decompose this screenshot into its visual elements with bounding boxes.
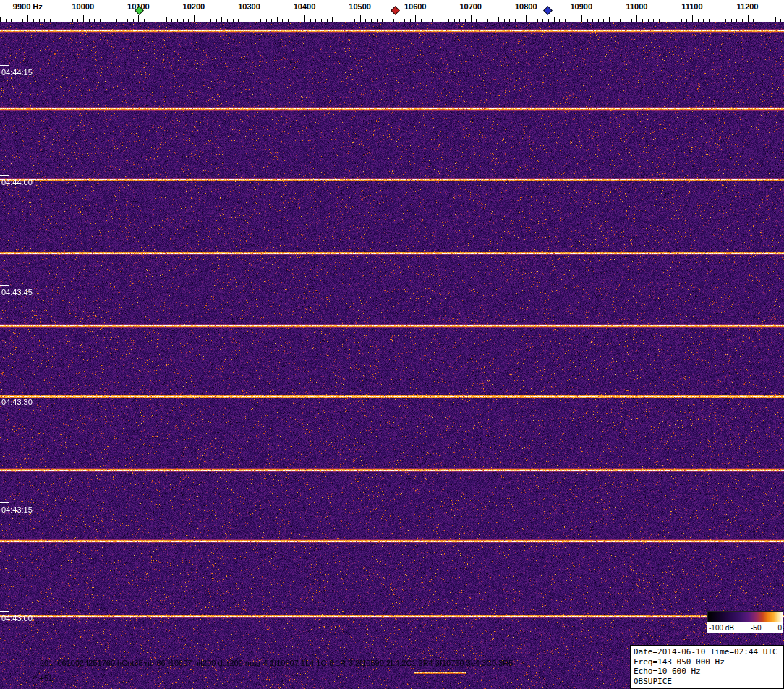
ruler-tick [111, 17, 111, 22]
ruler-tick [360, 15, 361, 22]
ruler-tick [659, 19, 660, 22]
ruler-tick [493, 19, 493, 22]
ruler-tick [388, 17, 388, 22]
ruler-tick [571, 19, 571, 22]
ruler-tick [720, 17, 720, 22]
ruler-tick [133, 19, 134, 22]
ruler-tick [144, 19, 145, 22]
time-axis-tick [0, 65, 9, 66]
info-box: Date=2014-06-10 Time=02:44 UTC Freq=143 … [630, 645, 784, 689]
ruler-tick [764, 19, 764, 22]
ruler-tick [731, 19, 732, 22]
ruler-tick [642, 19, 643, 22]
ruler-tick [421, 19, 422, 22]
ruler-tick [155, 19, 155, 22]
info-freq-line: Freq=143 050 000 Hz [634, 657, 780, 667]
ruler-tick [665, 17, 665, 22]
ruler-label: 11200 [737, 2, 759, 11]
ruler-tick [448, 19, 449, 22]
ruler-label: 9900 Hz [13, 2, 43, 11]
ruler-tick [294, 19, 294, 22]
ruler-tick [310, 19, 311, 22]
ruler-tick [72, 19, 73, 22]
ruler-tick [238, 19, 239, 22]
ruler-tick [188, 19, 189, 22]
ruler-tick [698, 19, 699, 22]
ruler-tick [681, 19, 682, 22]
time-axis-tick [0, 175, 9, 176]
ruler-label: 10600 [404, 2, 427, 11]
ruler-tick [39, 19, 40, 22]
marker-red[interactable] [391, 6, 401, 15]
ruler-tick [559, 19, 560, 22]
ruler-tick [415, 15, 416, 22]
ruler-tick [194, 15, 195, 22]
ruler-tick [216, 19, 217, 22]
ruler-tick [736, 19, 737, 22]
ruler-tick [703, 19, 704, 22]
ruler-tick [171, 19, 172, 22]
ruler-label: 11000 [626, 2, 647, 11]
colorbar-gradient [707, 611, 783, 622]
time-axis-label: 04:43:00 [1, 614, 33, 622]
ruler-tick [200, 19, 200, 22]
ruler-tick [271, 19, 272, 22]
ruler-tick [61, 19, 61, 22]
ruler-tick [476, 19, 477, 22]
ruler-tick [349, 19, 349, 22]
ruler-tick [742, 19, 743, 22]
ruler-tick [676, 19, 676, 22]
ruler-label: 10400 [294, 2, 316, 11]
ruler-tick [304, 15, 305, 22]
ruler-tick [89, 19, 90, 22]
ruler-tick [266, 19, 267, 22]
ruler-tick [77, 19, 78, 22]
info-echo-line: Echo=10 600 Hz [634, 667, 780, 677]
ruler-tick [321, 19, 322, 22]
ruler-tick [277, 17, 278, 22]
ruler-tick [459, 19, 460, 22]
ruler-tick [748, 15, 749, 22]
ruler-tick [399, 19, 399, 22]
ruler-tick [498, 17, 499, 22]
ruler-tick [526, 15, 527, 22]
ruler-tick [592, 19, 593, 22]
ruler-tick [67, 19, 67, 22]
ruler-tick [150, 19, 150, 22]
time-axis-tick [0, 285, 9, 286]
marker-blue[interactable] [543, 6, 553, 15]
ruler-tick [332, 17, 333, 22]
ruler-tick [725, 19, 726, 22]
ruler-tick [127, 19, 128, 22]
cursor-text: ^t+51 [33, 674, 53, 682]
ruler-tick [377, 19, 378, 22]
ruler-tick [260, 19, 261, 22]
time-axis-label: 04:43:15 [1, 505, 33, 514]
ruler-tick [603, 19, 604, 22]
ruler-tick [6, 19, 7, 22]
ruler-tick [780, 19, 781, 22]
spectrogram-app: 9900 Hz100001010010200103001040010500106… [0, 0, 784, 689]
colorbar-min-label: -100 dB [709, 624, 734, 632]
ruler-tick [670, 19, 670, 22]
ruler-tick [686, 19, 687, 22]
ruler-tick [709, 19, 710, 22]
ruler-tick [454, 19, 455, 22]
ruler-tick [315, 19, 316, 22]
spectrogram-waterfall[interactable] [0, 22, 784, 689]
ruler-tick [183, 19, 184, 22]
ruler-tick [581, 15, 582, 22]
ruler-tick [255, 19, 255, 22]
colorbar: -100 dB -50 0 [707, 611, 783, 633]
ruler-tick [210, 19, 211, 22]
ruler-tick [327, 19, 328, 22]
ruler-label: 10000 [72, 2, 95, 11]
ruler-tick [443, 17, 443, 22]
ruler-tick [753, 19, 754, 22]
ruler-tick [116, 19, 117, 22]
ruler-tick [166, 17, 167, 22]
colorbar-max-label: 0 [777, 624, 782, 632]
ruler-tick [138, 15, 139, 22]
ruler-tick [404, 19, 405, 22]
ruler-tick [487, 19, 488, 22]
